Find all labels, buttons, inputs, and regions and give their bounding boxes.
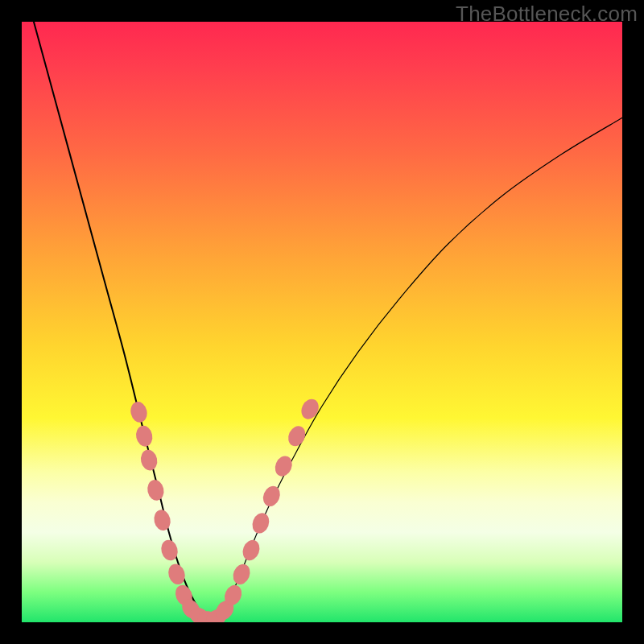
- chart-svg: [22, 22, 622, 622]
- chart-marker: [152, 508, 172, 532]
- chart-frame: TheBottleneck.com: [0, 0, 644, 644]
- bottleneck-curve-right: [214, 118, 622, 619]
- curve-group: [34, 22, 622, 619]
- chart-marker: [272, 453, 295, 479]
- chart-marker: [298, 396, 321, 422]
- watermark-text: TheBottleneck.com: [456, 2, 638, 27]
- chart-marker: [129, 400, 149, 424]
- chart-marker: [146, 478, 166, 502]
- markers-group: [129, 396, 322, 622]
- chart-marker: [166, 562, 188, 587]
- chart-marker: [285, 423, 308, 449]
- chart-marker: [230, 562, 253, 588]
- chart-marker: [139, 448, 159, 473]
- bottleneck-curve-left: [34, 22, 214, 619]
- chart-marker: [134, 424, 155, 448]
- chart-marker: [240, 538, 262, 563]
- chart-plot-area: [22, 22, 622, 622]
- chart-marker: [250, 510, 272, 535]
- chart-marker: [260, 484, 283, 510]
